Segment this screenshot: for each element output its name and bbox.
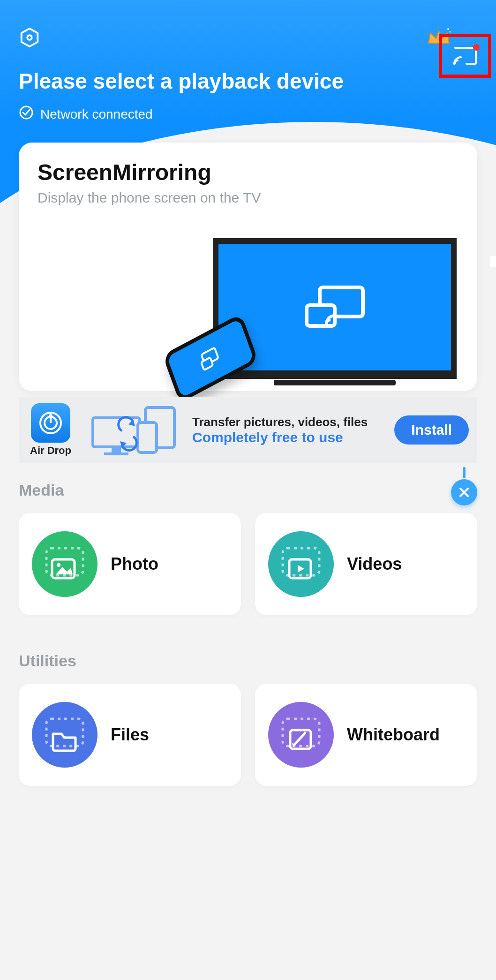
airdrop-icon [31, 403, 70, 443]
ad-headline: Transfer pictures, videos, files [192, 415, 386, 430]
cast-button-highlight[interactable] [439, 34, 491, 78]
screen-mirroring-title: ScreenMirroring [38, 159, 458, 185]
svg-point-23 [57, 563, 60, 567]
svg-rect-17 [138, 422, 157, 452]
videos-tile[interactable]: Videos [255, 513, 477, 615]
network-status-text: Network connected [40, 107, 153, 122]
notification-dot-icon [473, 44, 480, 51]
tv-illustration [213, 238, 457, 379]
svg-marker-22 [56, 567, 73, 574]
screen-mirroring-subtitle: Display the phone screen on the TV [38, 190, 458, 206]
videos-label: Videos [347, 554, 402, 574]
utilities-section-title: Utilities [19, 652, 76, 670]
svg-rect-14 [112, 447, 121, 452]
airdrop-app-icon-col: Air Drop [27, 403, 74, 457]
devices-transfer-icon [86, 401, 180, 459]
svg-marker-0 [22, 29, 38, 46]
svg-point-5 [20, 106, 32, 119]
ad-text: Transfer pictures, videos, files Complet… [192, 415, 386, 445]
photo-icon [32, 531, 98, 597]
cast-icon [453, 47, 477, 65]
airdrop-ad-banner[interactable]: Air Drop Transfer pictures, videos, file… [19, 397, 477, 463]
whiteboard-tile[interactable]: Whiteboard [255, 684, 477, 786]
files-icon [32, 702, 98, 768]
close-icon [458, 486, 470, 498]
svg-marker-26 [298, 565, 304, 573]
photo-tile[interactable]: Photo [19, 513, 241, 615]
svg-point-2 [447, 28, 449, 30]
whiteboard-icon [268, 702, 334, 768]
videos-icon [268, 531, 334, 597]
scroll-indicator [490, 256, 496, 267]
settings-icon[interactable] [19, 27, 40, 48]
photo-label: Photo [111, 554, 158, 574]
ad-subline: Completely free to use [192, 430, 386, 445]
svg-rect-28 [283, 719, 319, 746]
svg-point-1 [27, 35, 32, 40]
files-tile[interactable]: Files [19, 684, 241, 786]
media-grid: Photo Videos [19, 513, 477, 615]
utilities-grid: Files Whiteboard [19, 684, 477, 786]
top-bar [0, 23, 496, 53]
whiteboard-label: Whiteboard [347, 725, 440, 745]
svg-rect-15 [104, 452, 128, 455]
screen-mirroring-card[interactable]: ScreenMirroring Display the phone screen… [19, 143, 477, 391]
install-button[interactable]: Install [394, 415, 469, 445]
files-label: Files [111, 725, 149, 745]
media-section-title: Media [19, 481, 64, 499]
svg-point-4 [454, 62, 456, 65]
check-circle-icon [19, 105, 34, 123]
page-title: Please select a playback device [19, 68, 344, 94]
network-status-row: Network connected [19, 105, 153, 123]
airdrop-app-name: Air Drop [30, 445, 71, 457]
svg-point-3 [450, 31, 451, 33]
close-ad-button[interactable] [451, 479, 477, 505]
